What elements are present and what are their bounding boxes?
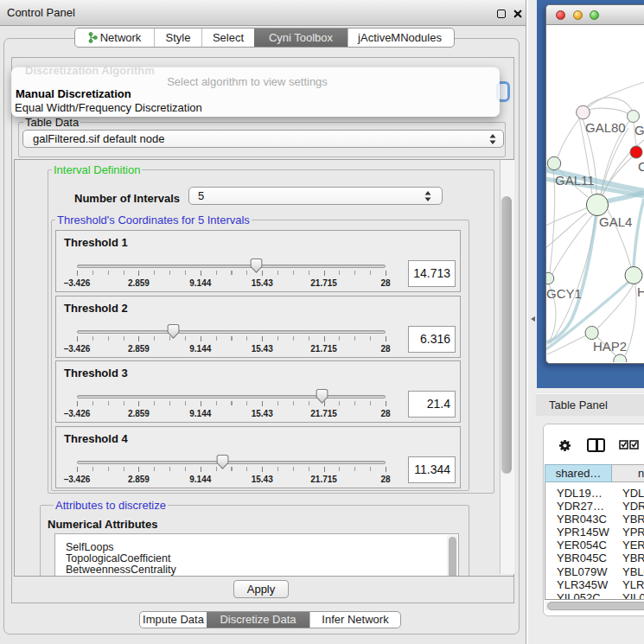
svg-text:GAL11: GAL11 xyxy=(555,173,595,188)
svg-text:GAL80: GAL80 xyxy=(585,120,626,135)
svg-text:CY: CY xyxy=(638,159,644,174)
svg-text:HAP2: HAP2 xyxy=(593,339,627,354)
svg-text:HI: HI xyxy=(637,284,644,299)
svg-text:GCY1: GCY1 xyxy=(546,286,582,301)
svg-text:GA: GA xyxy=(634,123,644,137)
svg-text:GAL4: GAL4 xyxy=(599,214,632,229)
